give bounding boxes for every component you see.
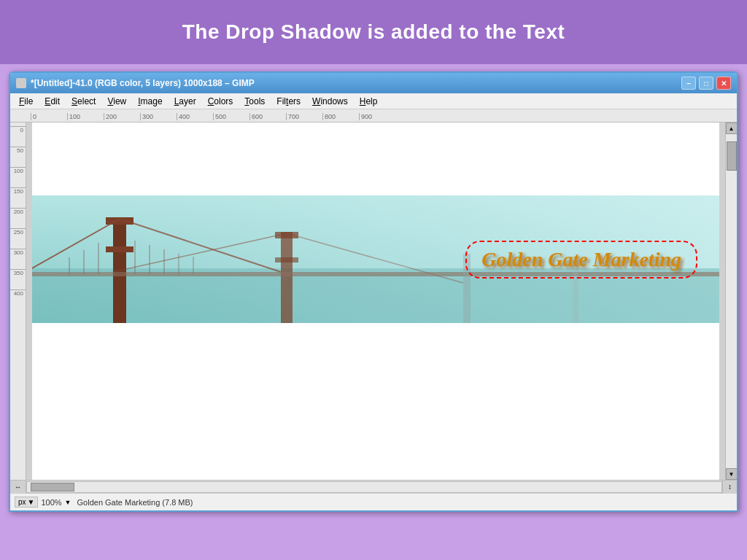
menu-windows[interactable]: Windows <box>306 95 354 108</box>
ruler-left-350: 350 <box>10 269 26 289</box>
menu-edit[interactable]: Edit <box>39 95 66 108</box>
ruler-left-300: 300 <box>10 249 26 269</box>
title-bar-left: *[Untitled]-41.0 (RGB color, 5 layers) 1… <box>16 78 255 88</box>
menu-tools[interactable]: Tools <box>239 95 271 108</box>
minimize-button[interactable]: – <box>681 77 696 90</box>
menu-colors[interactable]: Colors <box>202 95 239 108</box>
menu-filters[interactable]: Filters <box>271 95 306 108</box>
menu-select[interactable]: Select <box>66 95 101 108</box>
maximize-button[interactable]: □ <box>699 77 713 90</box>
ruler-mark-600: 600 <box>249 113 286 120</box>
ruler-left-200: 200 <box>10 208 26 228</box>
corner-square: ↔ <box>10 481 26 494</box>
ruler-mark-700: 700 <box>286 113 322 120</box>
ruler-mark-500: 500 <box>213 113 249 120</box>
ruler-top: 0 100 200 300 400 500 600 700 800 900 <box>10 109 737 122</box>
close-button[interactable]: ✕ <box>716 77 731 90</box>
ruler-marks: 0 100 200 300 400 500 600 700 800 900 <box>31 113 737 120</box>
bottom-scrollbar: ↔ ↕ <box>10 480 737 493</box>
ruler-left-50: 50 <box>10 147 26 167</box>
canvas-text: Golden Gate Marketing <box>481 248 681 271</box>
canvas-area: 0 50 100 150 200 250 300 350 400 <box>10 122 737 480</box>
header-title: The Drop Shadow is added to the Text <box>15 20 732 44</box>
menu-layer[interactable]: Layer <box>169 95 202 108</box>
header-banner: The Drop Shadow is added to the Text <box>0 0 747 64</box>
canvas-white-bottom <box>32 323 719 480</box>
ruler-left: 0 50 100 150 200 250 300 350 400 <box>10 122 26 480</box>
ruler-left-100: 100 <box>10 167 26 187</box>
unit-dropdown-icon[interactable]: ▼ <box>28 498 35 506</box>
gimp-icon <box>16 78 26 88</box>
ruler-left-400: 400 <box>10 289 26 310</box>
ruler-mark-100: 100 <box>67 113 104 120</box>
scroll-thumb-right[interactable] <box>727 141 737 171</box>
menu-image[interactable]: Image <box>132 95 168 108</box>
unit-label: px <box>18 498 26 506</box>
scrollbar-right: ▲ ▼ <box>725 122 737 480</box>
window-title: *[Untitled]-41.0 (RGB color, 5 layers) 1… <box>31 78 255 88</box>
scroll-up-arrow[interactable]: ▲ <box>726 122 738 134</box>
svg-rect-6 <box>281 232 293 323</box>
svg-rect-5 <box>106 246 133 252</box>
scroll-corner: ↕ <box>722 481 737 494</box>
ruler-mark-800: 800 <box>322 113 359 120</box>
scroll-down-arrow[interactable]: ▼ <box>726 468 738 480</box>
h-scroll-track[interactable] <box>26 481 722 493</box>
menu-bar: File Edit Select View Image Layer Colors… <box>10 93 737 109</box>
ruler-mark-0: 0 <box>31 113 67 120</box>
svg-rect-8 <box>275 257 298 262</box>
canvas-white-top <box>32 122 719 195</box>
title-bar: *[Untitled]-41.0 (RGB color, 5 layers) 1… <box>10 73 737 93</box>
ruler-left-150: 150 <box>10 187 26 208</box>
ruler-mark-200: 200 <box>104 113 140 120</box>
menu-file[interactable]: File <box>13 95 39 108</box>
ruler-mark-300: 300 <box>140 113 177 120</box>
scroll-track-right[interactable] <box>726 134 737 468</box>
zoom-level: 100% <box>41 498 61 507</box>
gimp-window: *[Untitled]-41.0 (RGB color, 5 layers) 1… <box>9 71 738 512</box>
menu-help[interactable]: Help <box>354 95 384 108</box>
canvas-main[interactable]: Golden Gate Marketing <box>26 122 725 480</box>
status-bar: px ▼ 100% ▼ Golden Gate Marketing (7.8 M… <box>10 493 737 510</box>
status-info: Golden Gate Marketing (7.8 MB) <box>77 498 193 507</box>
text-selection: Golden Gate Marketing <box>465 241 697 279</box>
window-controls: – □ ✕ <box>681 77 731 90</box>
ruler-left-0: 0 <box>10 126 26 147</box>
image-container: Golden Gate Marketing <box>32 195 719 323</box>
ruler-mark-900: 900 <box>359 113 395 120</box>
unit-selector[interactable]: px ▼ <box>15 497 38 508</box>
menu-view[interactable]: View <box>101 95 132 108</box>
h-scroll-thumb[interactable] <box>31 483 74 491</box>
ruler-mark-400: 400 <box>177 113 213 120</box>
zoom-dropdown-icon[interactable]: ▼ <box>65 499 71 506</box>
ruler-left-250: 250 <box>10 228 26 249</box>
